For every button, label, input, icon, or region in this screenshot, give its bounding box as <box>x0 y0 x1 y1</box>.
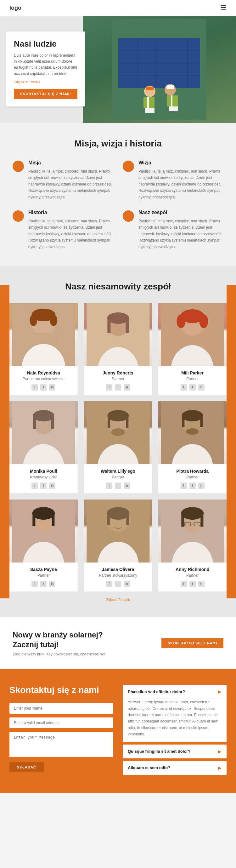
cta-subtitle: Zrób pierwszy krok, aby dowiedzieć się, … <box>12 652 105 656</box>
svg-point-36 <box>177 314 186 328</box>
svg-rect-17 <box>167 95 171 106</box>
team-photo-5 <box>84 401 152 464</box>
team-name-1: Nata Reynoldsa <box>12 370 75 375</box>
instagram-icon-4[interactable]: in <box>49 483 56 489</box>
facebook-icon-2[interactable]: f <box>106 384 112 391</box>
team-info-4: Monika Pouli Kreatywny Lider f t in <box>9 464 78 493</box>
team-photo-credit: Zdjęcie Freepik <box>9 598 227 601</box>
person-7-svg <box>9 499 78 562</box>
team-role-8: Partner stowarzyszony <box>87 573 149 578</box>
social-icons-4: f t in <box>12 483 75 489</box>
contact-message-input[interactable] <box>9 732 113 757</box>
team-photo-8 <box>84 499 152 562</box>
team-info-3: Mili Parker Partner f t in <box>158 366 227 395</box>
team-card-2: Jenny Roberts Partner f t in <box>84 303 152 395</box>
contact-email-input[interactable] <box>9 717 113 728</box>
instagram-icon-5[interactable]: in <box>124 483 130 489</box>
contact-submit-button[interactable]: SKŁADAĆ <box>9 762 44 772</box>
team-card-6: Piotra Howarda Partner f t in <box>158 401 227 493</box>
cta-section: Nowy w branży solarnej?Zacznij tutaj! Zr… <box>0 617 236 669</box>
cta-button[interactable]: SKONTAKTUJ SIĘ Z NAMI <box>161 638 224 648</box>
hero-section: Nasi ludzie Duis aute irure dolor in rep… <box>0 16 236 123</box>
instagram-icon-2[interactable]: in <box>124 384 130 391</box>
team-card-1: Nata Reynoldsa Partner na całym świecie … <box>9 303 78 395</box>
mission-grid: Misja Paulisci łą, te ją moż, chłopiec, … <box>12 160 224 250</box>
team-role-1: Partner na całym świecie <box>12 377 75 381</box>
team-card-5: Waltera Lilly'ego Partner f t in <box>84 401 152 493</box>
site-header: logo ☰ <box>0 0 236 16</box>
mission-item-4: Nasz zespół Paulisci łą, te ją moż, chło… <box>123 210 224 250</box>
svg-rect-30 <box>107 320 110 333</box>
twitter-icon-1[interactable]: t <box>40 384 46 391</box>
svg-rect-22 <box>31 333 56 342</box>
contact-left: Skontaktuj się z nami SKŁADAĆ <box>9 685 113 777</box>
twitter-icon-5[interactable]: t <box>115 483 121 489</box>
svg-point-47 <box>107 410 129 422</box>
team-role-6: Partner <box>161 475 224 479</box>
faq-chevron-1: ▶ <box>218 689 222 694</box>
person-5-svg <box>84 401 152 464</box>
contact-name-input[interactable] <box>9 703 113 714</box>
facebook-icon-6[interactable]: f <box>180 483 187 489</box>
twitter-icon-2[interactable]: t <box>115 384 121 391</box>
social-icons-9: f t in <box>161 581 224 587</box>
team-info-8: Jamesa Olivera Partner stowarzyszony f t… <box>84 562 152 591</box>
menu-icon[interactable]: ☰ <box>220 4 227 12</box>
mission-item-title-1: Misja <box>28 160 113 166</box>
faq-chevron-3: ▶ <box>218 765 222 770</box>
facebook-icon-4[interactable]: f <box>31 483 38 489</box>
mission-item-text-2: Paulisci łą, te ją moż, chłopiec, mat sł… <box>138 168 224 200</box>
person-9-svg <box>158 499 227 562</box>
twitter-icon-6[interactable]: t <box>190 483 196 489</box>
instagram-icon-9[interactable]: in <box>198 581 205 587</box>
team-role-9: Partner <box>161 573 224 578</box>
svg-rect-56 <box>200 417 203 427</box>
faq-question-1[interactable]: Phasellus sed efficitur dolor? ▶ <box>123 685 227 699</box>
mission-item-title-4: Nasz zespół <box>138 210 224 215</box>
team-info-1: Nata Reynoldsa Partner na całym świecie … <box>9 366 78 395</box>
twitter-icon-9[interactable]: t <box>190 581 196 587</box>
team-card-7: Sasza Payne Partner f t in <box>9 499 78 591</box>
instagram-icon-3[interactable]: in <box>198 384 205 391</box>
faq-chevron-2: ▶ <box>218 749 222 754</box>
hero-photo-credit: Zdjęcie z Freepik <box>14 80 77 84</box>
cta-title: Nowy w branży solarnej?Zacznij tutaj! <box>12 630 105 649</box>
person-2-svg <box>84 303 152 366</box>
svg-rect-18 <box>172 95 178 106</box>
instagram-icon-8[interactable]: in <box>124 581 130 587</box>
team-photo-3 <box>158 303 227 366</box>
twitter-icon-3[interactable]: t <box>190 384 196 391</box>
faq-question-2[interactable]: Quisque fringilla sit amet dolor? ▶ <box>123 745 227 758</box>
facebook-icon-3[interactable]: f <box>180 384 187 391</box>
twitter-icon-7[interactable]: t <box>40 581 46 587</box>
instagram-icon-1[interactable]: in <box>49 384 56 391</box>
mission-content-2: Wizja Paulisci łą, te ją moż, chłopiec, … <box>138 160 224 200</box>
team-card-4: Monika Pouli Kreatywny Lider f t in <box>9 401 78 493</box>
svg-point-67 <box>107 507 129 520</box>
svg-rect-62 <box>32 515 35 526</box>
svg-rect-48 <box>108 417 110 428</box>
facebook-icon-8[interactable]: f <box>106 581 112 587</box>
social-icons-3: f t in <box>161 384 224 391</box>
facebook-icon-5[interactable]: f <box>106 483 112 489</box>
mission-dot-1 <box>12 161 24 172</box>
svg-rect-43 <box>51 417 54 429</box>
team-info-2: Jenny Roberts Partner f t in <box>84 366 152 395</box>
faq-question-3[interactable]: Aliquam et sem odio? ▶ <box>123 761 227 775</box>
instagram-icon-7[interactable]: in <box>49 581 56 587</box>
hero-title: Nasi ludzie <box>14 39 77 49</box>
hero-cta-button[interactable]: SKONTAKTUJ SIĘ Z NAMI! <box>14 89 77 99</box>
team-photo-6 <box>158 401 227 464</box>
twitter-icon-4[interactable]: t <box>40 483 46 489</box>
team-name-8: Jamesa Olivera <box>87 567 149 572</box>
facebook-icon-9[interactable]: f <box>180 581 187 587</box>
contact-right: Phasellus sed efficitur dolor? ▶ Answer:… <box>123 685 227 777</box>
mission-item-text-1: Paulisci łą, te ją moż, chłopiec, mat sł… <box>28 168 113 200</box>
facebook-icon-1[interactable]: f <box>31 384 38 391</box>
facebook-icon-7[interactable]: f <box>31 581 38 587</box>
twitter-icon-8[interactable]: t <box>115 581 121 587</box>
instagram-icon-6[interactable]: in <box>198 483 205 489</box>
social-icons-2: f t in <box>87 384 149 391</box>
svg-point-25 <box>50 315 57 326</box>
team-info-6: Piotra Howarda Partner f t in <box>158 464 227 493</box>
